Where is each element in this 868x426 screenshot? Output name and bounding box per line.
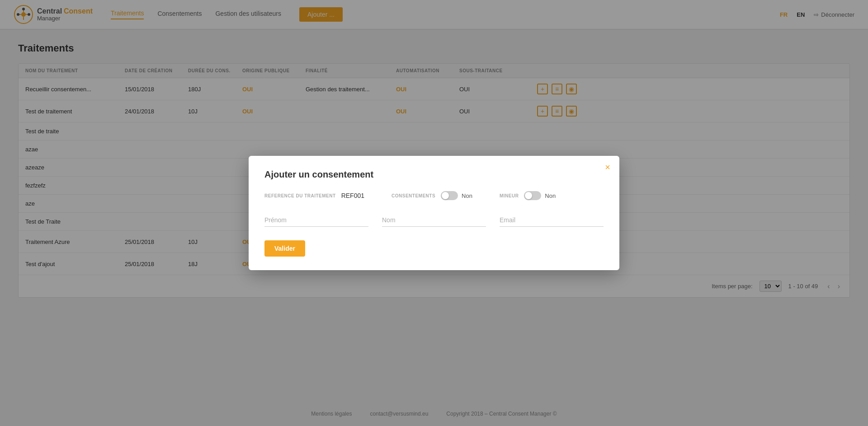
email-field	[500, 214, 604, 227]
modal-ref-row: REFERENCE DU TRAITEMENT REF001 CONSENTEM…	[264, 191, 604, 200]
mineur-label: MINEUR	[500, 193, 519, 198]
mineur-toggle-group: Non	[524, 191, 556, 200]
prenom-field	[264, 214, 368, 227]
valider-button[interactable]: Valider	[264, 240, 305, 257]
nom-field	[382, 214, 486, 227]
modal-overlay: × Ajouter un consentement REFERENCE DU T…	[0, 0, 868, 426]
modal-title: Ajouter un consentement	[264, 169, 604, 180]
modal-fields-row	[264, 214, 604, 227]
consentements-section: CONSENTEMENTS Non	[392, 191, 472, 200]
ref-section: REFERENCE DU TRAITEMENT REF001	[264, 192, 364, 199]
mineur-section: MINEUR Non	[500, 191, 556, 200]
consentements-label: CONSENTEMENTS	[392, 193, 435, 198]
consentements-toggle-label: Non	[462, 192, 472, 199]
nom-input[interactable]	[382, 214, 486, 227]
ref-label: REFERENCE DU TRAITEMENT	[264, 193, 336, 198]
email-input[interactable]	[500, 214, 604, 227]
mineur-toggle-label: Non	[545, 192, 556, 199]
add-consent-modal: × Ajouter un consentement REFERENCE DU T…	[249, 156, 619, 270]
prenom-input[interactable]	[264, 214, 368, 227]
ref-value: REF001	[341, 192, 364, 199]
consentements-toggle[interactable]	[441, 191, 458, 200]
consentements-toggle-group: Non	[441, 191, 472, 200]
mineur-toggle[interactable]	[524, 191, 541, 200]
modal-close-button[interactable]: ×	[605, 163, 610, 172]
